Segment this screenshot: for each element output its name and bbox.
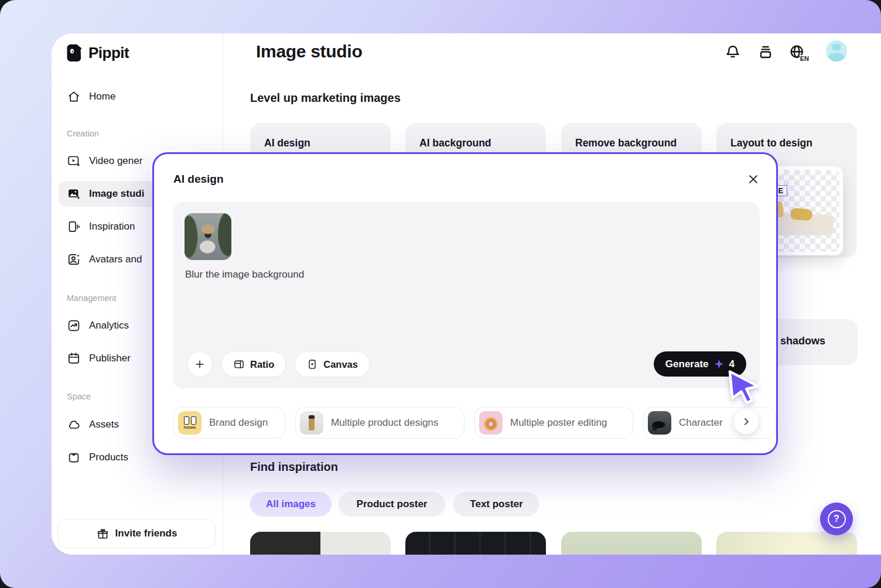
ai-design-modal: AI design Blur the image background xyxy=(152,152,778,455)
invite-friends-button[interactable]: Invite friends xyxy=(57,519,216,548)
sparkle-icon xyxy=(713,358,725,370)
generate-label: Generate xyxy=(665,358,709,370)
language-label: EN xyxy=(800,55,810,62)
prompt-text[interactable]: Blur the image background xyxy=(185,269,304,281)
chip-label: Multiple product designs xyxy=(331,417,438,429)
chip-label: Character xyxy=(679,417,723,429)
hero-heading: Level up marketing images xyxy=(250,91,401,105)
orders-button[interactable] xyxy=(757,43,774,61)
chip-label: Brand design xyxy=(209,417,268,429)
sidebar-item-label: Image studi xyxy=(89,188,144,200)
canvas-label: Canvas xyxy=(323,359,358,370)
card-label: AI background xyxy=(419,137,491,149)
home-icon xyxy=(67,90,81,104)
image-studio-icon xyxy=(67,187,81,201)
inspiration-image[interactable] xyxy=(405,532,546,555)
page-title: Image studio xyxy=(256,42,362,61)
help-button[interactable]: ? xyxy=(820,502,853,535)
inspiration-image[interactable] xyxy=(561,532,702,555)
section-management: Management xyxy=(67,293,117,303)
avatars-icon xyxy=(67,252,81,266)
ratio-label: Ratio xyxy=(250,359,274,370)
pippit-logo-icon xyxy=(66,43,83,63)
sidebar-item-label: Assets xyxy=(89,419,119,430)
canvas-icon xyxy=(306,358,318,370)
sidebar-item-label: Avatars and xyxy=(89,254,142,265)
chips-scroll-right-button[interactable] xyxy=(734,409,759,434)
video-generator-icon xyxy=(67,154,81,168)
card-label: Remove background xyxy=(575,137,677,149)
products-bag-icon xyxy=(67,450,81,464)
product-designs-thumb xyxy=(300,411,323,435)
prompt-controls: Ratio Canvas xyxy=(187,351,370,377)
sidebar-item-label: Home xyxy=(89,91,115,102)
tab-label: Product poster xyxy=(357,498,428,510)
gift-icon xyxy=(96,527,110,541)
chip-label: Multiple poster editing xyxy=(510,417,607,429)
plus-icon xyxy=(194,358,206,370)
section-creation: Creation xyxy=(67,129,99,138)
find-inspiration-heading: Find inspiration xyxy=(250,460,338,474)
brand-logo[interactable]: Pippit xyxy=(66,43,129,63)
mouse-cursor xyxy=(724,368,763,406)
tab-all-images[interactable]: All images xyxy=(250,492,332,517)
chip-multiple-product-designs[interactable]: Multiple product designs xyxy=(295,407,465,439)
sidebar-item-label: Products xyxy=(89,452,128,463)
card-label: AI design xyxy=(264,137,310,149)
section-space: Space xyxy=(67,392,91,401)
sidebar-item-label: Publisher xyxy=(89,353,131,364)
chip-multiple-poster-editing[interactable]: Multiple poster editing xyxy=(474,407,633,439)
bell-icon xyxy=(724,43,742,61)
brand-design-thumb: FASHIO xyxy=(178,411,202,435)
prompt-panel[interactable]: Blur the image background Ratio xyxy=(173,202,760,388)
inspiration-icon xyxy=(67,220,81,234)
tab-product-poster[interactable]: Product poster xyxy=(339,492,445,517)
card-shadows-label: shadows xyxy=(780,335,825,347)
notifications-button[interactable] xyxy=(724,43,742,61)
card-label: Layout to design xyxy=(730,137,812,149)
assets-cloud-icon xyxy=(67,418,81,432)
close-icon[interactable] xyxy=(747,173,760,186)
publisher-icon xyxy=(67,351,81,365)
chip-brand-design[interactable]: FASHIO Brand design xyxy=(173,407,285,439)
chevron-right-icon xyxy=(741,416,752,427)
sidebar-item-label: Analytics xyxy=(89,320,129,331)
language-button[interactable]: EN xyxy=(788,43,806,61)
tab-label: Text poster xyxy=(470,498,523,510)
question-icon: ? xyxy=(828,510,846,528)
attached-image-thumbnail[interactable] xyxy=(185,213,231,260)
sidebar-item-label: Inspiration xyxy=(89,221,135,233)
analytics-icon xyxy=(67,319,81,333)
avatar[interactable] xyxy=(826,40,847,61)
inspiration-image[interactable] xyxy=(250,532,391,555)
stack-icon xyxy=(757,43,774,61)
poster-editing-thumb xyxy=(479,411,503,435)
tab-label: All images xyxy=(266,498,316,510)
invite-friends-label: Invite friends xyxy=(115,528,177,539)
ratio-button[interactable]: Ratio xyxy=(221,351,286,377)
canvas-button[interactable]: Canvas xyxy=(295,351,370,377)
modal-title: AI design xyxy=(173,173,224,186)
sidebar-item-label: Video gener xyxy=(89,155,142,167)
tab-text-poster[interactable]: Text poster xyxy=(453,492,539,517)
ratio-icon xyxy=(233,358,245,370)
sidebar-item-home[interactable]: Home xyxy=(59,84,216,110)
add-button[interactable] xyxy=(187,351,213,377)
app-stage: Pippit Home Creation Video gener xyxy=(0,0,881,588)
brand-name: Pippit xyxy=(88,44,129,62)
pillow-shape xyxy=(790,208,812,221)
character-thumb xyxy=(648,411,671,435)
